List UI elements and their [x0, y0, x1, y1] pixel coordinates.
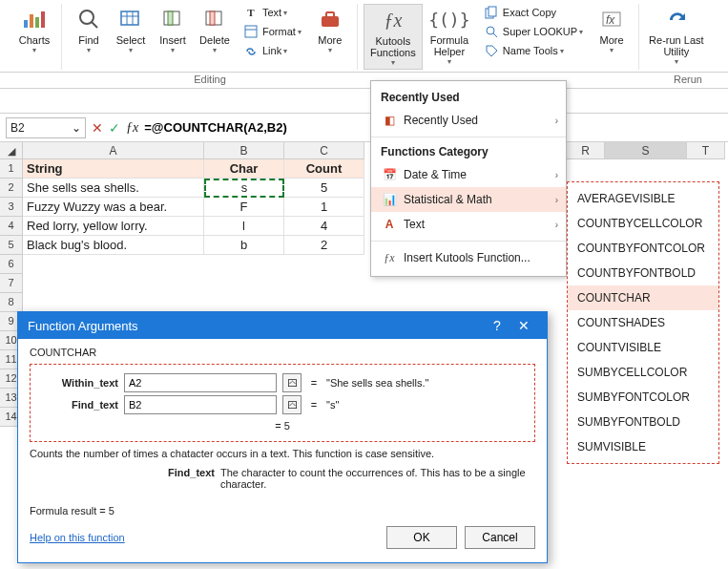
insert-button[interactable]: Insert▾ [152, 4, 194, 56]
name-tools-button[interactable]: Name Tools▾ [480, 42, 587, 59]
fx-icon: ƒx [380, 7, 406, 33]
col-header-A[interactable]: A [23, 142, 204, 159]
row-header[interactable]: 6 [0, 255, 23, 274]
submenu-item[interactable]: COUNTBYCELLCOLOR [568, 211, 718, 236]
rerun-button[interactable]: Re-run Last Utility▾ [645, 4, 707, 68]
dialog-titlebar[interactable]: Function Arguments ? ✕ [18, 312, 547, 339]
kutools-functions-button[interactable]: ƒx Kutools Functions▾ [364, 4, 423, 70]
cell[interactable]: l [204, 217, 284, 236]
insert-icon [159, 6, 186, 32]
cell[interactable]: She sells sea shells. [23, 179, 204, 198]
fx-button[interactable]: ƒx [126, 120, 138, 136]
svg-rect-2 [35, 17, 39, 28]
find-button[interactable]: Find▾ [68, 4, 110, 56]
menu-stat-math[interactable]: 📊Statistical & Math› [371, 187, 566, 212]
menu-text[interactable]: AText› [371, 212, 566, 237]
cell[interactable]: F [204, 198, 284, 217]
row-header[interactable]: 8 [0, 293, 23, 312]
name-box[interactable]: B2⌄ [6, 117, 86, 138]
cell[interactable]: 1 [284, 198, 364, 217]
fx-small-icon: ƒx [381, 250, 398, 265]
cell[interactable]: 2 [284, 236, 364, 255]
help-icon[interactable]: ? [484, 318, 510, 333]
cancel-button[interactable]: Cancel [465, 526, 535, 549]
formula-helper-button[interactable]: {()} Formula Helper▾ [423, 4, 476, 68]
submenu-item[interactable]: COUNTSHADES [568, 310, 718, 335]
menu-date-time[interactable]: 📅Date & Time› [371, 162, 566, 187]
submenu-item[interactable]: SUMBYFONTCOLOR [568, 385, 718, 410]
col-header-B[interactable]: B [204, 142, 284, 159]
link-button[interactable]: Link▾ [239, 42, 305, 59]
submenu-item[interactable]: COUNTBYFONTCOLOR [568, 236, 718, 261]
col-header-C[interactable]: C [284, 142, 364, 159]
text-button[interactable]: TText▾ [239, 4, 305, 21]
ribbon-group-labels: Editing Rerun [0, 73, 728, 89]
svg-rect-3 [41, 11, 45, 28]
svg-rect-11 [168, 11, 173, 25]
cell[interactable]: Red lorry, yellow lorry. [23, 217, 204, 236]
submenu-item[interactable]: COUNTVISIBLE [568, 335, 718, 360]
argument-box: Within_text ⮹ = "She sells sea shells." … [30, 364, 535, 442]
submenu-item[interactable]: COUNTCHAR [568, 285, 718, 310]
row-header[interactable]: 7 [0, 274, 23, 293]
close-icon[interactable]: ✕ [510, 318, 537, 333]
toolbox-icon [317, 6, 343, 32]
range-picker-icon[interactable]: ⮹ [282, 395, 302, 414]
select-all-corner[interactable]: ◢ [0, 142, 23, 159]
more-button-1[interactable]: More▾ [309, 4, 351, 56]
chart-icon [21, 6, 48, 32]
help-link[interactable]: Help on this function [30, 532, 125, 543]
super-lookup-button[interactable]: Super LOOKUP▾ [480, 23, 587, 40]
col-header-R[interactable]: R [567, 142, 605, 159]
chevron-down-icon[interactable]: ⌄ [72, 121, 81, 135]
delete-button[interactable]: Delete▾ [194, 4, 236, 56]
row-header[interactable]: 3 [0, 198, 23, 217]
calendar-icon: 📅 [381, 167, 398, 182]
submenu-item[interactable]: SUMVISIBLE [568, 434, 718, 459]
ribbon: Charts▾ Find▾ Select▾ Insert▾ Delete▾ TT… [0, 0, 728, 73]
table-header-row: 1 String Char Count [0, 159, 728, 179]
text-icon: T [243, 5, 259, 20]
arg1-result: "She sells sea shells." [326, 377, 428, 389]
cell[interactable]: Fuzzy Wuzzy was a bear. [23, 198, 204, 217]
select-icon [117, 6, 144, 32]
row-header[interactable]: 2 [0, 179, 23, 198]
formula-bar: B2⌄ ✕ ✓ ƒx [0, 114, 728, 142]
arg1-input[interactable] [124, 373, 277, 392]
cell[interactable]: 5 [284, 179, 364, 198]
row-header[interactable]: 4 [0, 217, 23, 236]
svg-point-4 [80, 11, 94, 24]
accept-formula-icon[interactable]: ✓ [109, 120, 120, 136]
col-header-S[interactable]: S [605, 142, 687, 159]
submenu-item[interactable]: SUMBYCELLCOLOR [568, 360, 718, 385]
format-button[interactable]: Format▾ [239, 23, 305, 40]
exact-copy-button[interactable]: Exact Copy [480, 4, 587, 21]
more-button-2[interactable]: fx More▾ [591, 4, 633, 56]
row-header[interactable]: 1 [0, 159, 23, 179]
stat-math-submenu: AVERAGEVISIBLECOUNTBYCELLCOLORCOUNTBYFON… [567, 181, 719, 464]
fx-box-icon: fx [598, 6, 625, 32]
dialog-function-name: COUNTCHAR [30, 347, 535, 358]
col-header-T[interactable]: T [687, 142, 725, 159]
function-arguments-dialog: Function Arguments ? ✕ COUNTCHAR Within_… [17, 311, 548, 563]
submenu-item[interactable]: COUNTBYFONTBOLD [568, 261, 718, 285]
cell[interactable]: Black bug's blood. [23, 236, 204, 255]
submenu-item[interactable]: SUMBYFONTBOLD [568, 410, 718, 434]
menu-recently-used[interactable]: ◧Recently Used› [371, 108, 566, 133]
delete-icon [201, 6, 228, 32]
menu-insert-function[interactable]: ƒxInsert Kutools Function... [371, 245, 566, 270]
cell[interactable]: 4 [284, 217, 364, 236]
range-picker-icon[interactable]: ⮹ [282, 373, 302, 392]
select-button[interactable]: Select▾ [110, 4, 152, 56]
copy-icon [484, 5, 499, 20]
ok-button[interactable]: OK [386, 526, 457, 549]
function-description: Counts the number of times a chatacter o… [30, 448, 535, 459]
arg2-input[interactable] [124, 395, 277, 414]
cell[interactable]: b [204, 236, 284, 255]
cancel-formula-icon[interactable]: ✕ [92, 120, 103, 136]
charts-button[interactable]: Charts▾ [13, 4, 55, 56]
active-cell[interactable]: s [204, 179, 284, 198]
submenu-item[interactable]: AVERAGEVISIBLE [568, 186, 718, 211]
caret-icon: ▾ [32, 46, 36, 54]
row-header[interactable]: 5 [0, 236, 23, 255]
